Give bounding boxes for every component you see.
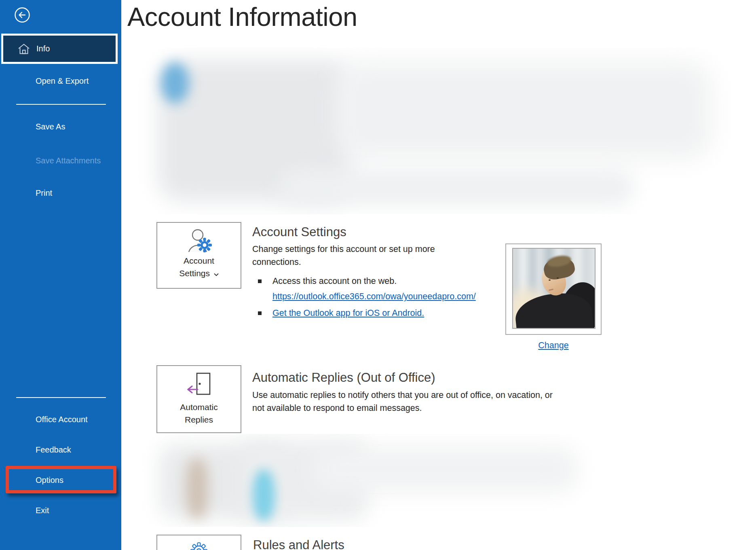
sidebar-item-save-as[interactable]: Save As [0,118,121,135]
sidebar-item-label: Info [36,44,50,53]
gear-icon [157,542,241,550]
sidebar-item-label: Save Attachments [36,156,101,165]
profile-photo [512,248,596,329]
desc-line: connections. [252,257,301,267]
redacted-account-summary [137,48,752,214]
sidebar-item-options[interactable]: Options [0,472,121,488]
redacted-avatar-blob [161,62,189,104]
back-arrow-icon [14,7,30,23]
sidebar-item-label: Open & Export [36,76,89,86]
account-settings-heading: Account Settings [252,225,346,239]
rules-and-alerts-button[interactable] [156,535,241,550]
sidebar-item-label: Office Account [36,415,88,424]
change-photo-link[interactable]: Change [505,341,602,351]
account-settings-description: Change settings for this account or set … [252,243,435,269]
account-settings-label-line2: Settings [179,269,210,278]
person-with-gear-icon [157,228,241,254]
back-button[interactable] [14,7,30,23]
redacted-section [137,434,602,527]
profile-photo-frame [505,243,602,335]
sidebar-item-office-account[interactable]: Office Account [0,411,121,427]
sidebar-item-label: Save As [36,122,65,131]
bullet-icon [258,311,262,315]
outlook-backstage-view: Info Open & Export Save As Save Attachme… [0,0,756,550]
rules-and-alerts-heading: Rules and Alerts [253,538,344,550]
desc-line: Use automatic replies to notify others t… [252,390,553,400]
redacted-avatar-blob [253,470,275,521]
sidebar-item-feedback[interactable]: Feedback [0,442,121,458]
sidebar-divider [16,104,106,105]
desc-line: Change settings for this account or set … [252,244,435,254]
sidebar-item-label: Print [36,188,52,198]
account-settings-button[interactable]: Account Settings [156,222,241,289]
sidebar-item-save-attachments: Save Attachments [0,152,121,169]
sidebar-item-label: Options [36,476,63,485]
automatic-replies-heading: Automatic Replies (Out of Office) [252,370,435,385]
desc-line: not available to respond to email messag… [252,403,422,413]
account-settings-label-line1: Account [184,256,214,265]
web-access-text: Access this account on the web. [272,276,397,286]
automatic-replies-label-line1: Automatic [180,402,218,412]
automatic-replies-description: Use automatic replies to notify others t… [252,389,553,415]
backstage-sidebar: Info Open & Export Save As Save Attachme… [0,0,121,550]
chevron-down-icon [214,273,219,276]
get-outlook-app-link[interactable]: Get the Outlook app for iOS or Android. [272,308,424,318]
sidebar-item-info[interactable]: Info [1,34,118,64]
automatic-replies-label-line2: Replies [185,415,213,424]
sidebar-item-print[interactable]: Print [0,185,121,201]
sidebar-item-label: Exit [36,506,49,515]
sidebar-divider [16,397,106,398]
sidebar-item-label: Feedback [36,445,71,455]
sidebar-item-exit[interactable]: Exit [0,502,121,518]
home-icon [18,43,30,55]
sidebar-item-open-export[interactable]: Open & Export [0,73,121,89]
page-title: Account Information [127,2,357,32]
automatic-replies-button[interactable]: Automatic Replies [156,365,241,433]
bullet-icon [258,279,262,283]
door-with-left-arrow-icon [157,371,241,401]
owa-url-link[interactable]: https://outlook.office365.com/owa/younee… [272,292,476,302]
